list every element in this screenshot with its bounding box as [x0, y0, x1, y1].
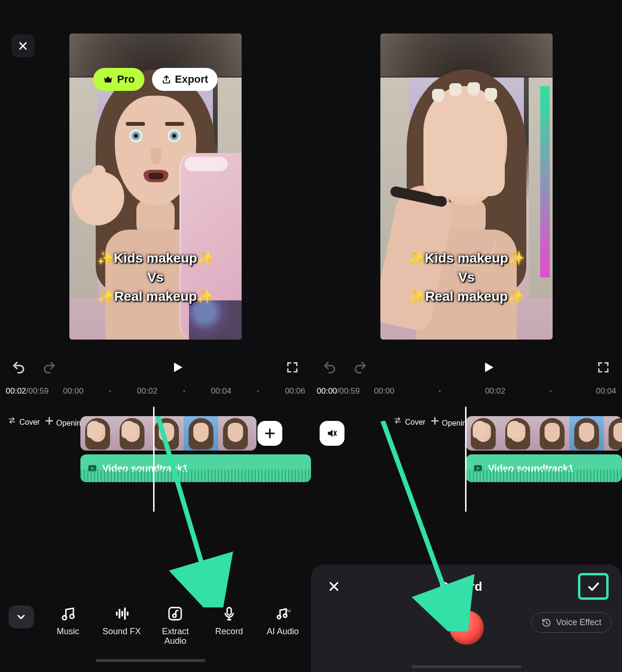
waveform [80, 470, 311, 482]
fullscreen-button[interactable] [594, 358, 612, 376]
timeline[interactable]: Cover Opening Video soundtrack1 [311, 407, 622, 502]
redo-icon [353, 360, 367, 375]
ruler-mark: 00:00 [63, 386, 84, 396]
ai-audio-icon: AI [274, 606, 291, 622]
plus-icon [44, 416, 54, 426]
play-icon [481, 360, 495, 375]
svg-point-4 [173, 614, 176, 617]
cover-button[interactable]: Cover [392, 416, 425, 428]
playhead[interactable] [153, 407, 155, 512]
voice-effect-button[interactable]: Voice Effect [532, 612, 611, 633]
export-button[interactable]: Export [152, 68, 218, 91]
record-confirm-button[interactable] [578, 573, 609, 600]
timeline[interactable]: Cover Opening Video soundtr [0, 407, 311, 502]
time-ruler: 00:00/00:59 00:00 00:02 00:04 [311, 383, 622, 396]
export-label: Export [175, 73, 209, 86]
swap-icon [392, 416, 403, 425]
extract-audio-icon [167, 606, 183, 622]
record-sheet-title: Record [439, 579, 482, 594]
redo-button[interactable] [351, 358, 369, 376]
record-sheet: Record Voice Effect [311, 564, 622, 672]
ruler-mark: 00:02 [137, 386, 157, 396]
cover-button[interactable]: Cover [7, 416, 40, 428]
scroll-indicator [411, 665, 522, 668]
music-icon [60, 606, 76, 622]
undo-icon [322, 360, 337, 375]
video-preview-frame[interactable]: ✨Kids makeup✨ Vs ✨Real makeup✨ [380, 33, 553, 340]
overlay-caption-line3: ✨Real makeup✨ [69, 287, 242, 306]
svg-text:AI: AI [286, 608, 290, 613]
record-start-button[interactable] [449, 610, 484, 645]
record-close-button[interactable] [324, 577, 344, 596]
audio-toolbar: Music Sound FX Extract Audio Record AI A… [0, 598, 311, 665]
extract-audio-tool[interactable]: Extract Audio [156, 606, 195, 646]
redo-icon [42, 360, 56, 375]
plus-icon [264, 427, 276, 440]
fullscreen-icon [597, 361, 610, 374]
editor-pane-step1: Pro Export [0, 0, 311, 672]
time-current: 00:02/00:59 [6, 386, 49, 396]
playhead[interactable] [465, 407, 466, 512]
play-icon [170, 360, 184, 375]
history-icon [542, 618, 551, 628]
undo-button[interactable] [321, 358, 339, 376]
ruler-mark: 00:00 [374, 386, 395, 396]
overlay-caption-line1: ✨Kids makeup✨ [380, 249, 553, 268]
upload-icon [162, 75, 171, 84]
time-ruler: 00:02/00:59 00:00 00:02 00:04 00:06 [0, 383, 311, 396]
ai-audio-tool[interactable]: AI AI Audio [263, 606, 302, 637]
video-preview-area: Pro Export [0, 33, 311, 378]
plus-icon [430, 416, 440, 426]
svg-point-1 [63, 616, 67, 620]
svg-point-6 [278, 616, 281, 619]
fullscreen-icon [286, 361, 299, 374]
waveform [466, 470, 622, 482]
add-clip-button[interactable] [257, 421, 282, 446]
play-button[interactable] [167, 358, 187, 377]
equalizer-icon [113, 606, 130, 622]
ruler-mark: 00:04 [596, 386, 616, 396]
record-tool[interactable]: Record [210, 606, 249, 637]
overlay-caption-line2: Vs [69, 268, 242, 287]
fullscreen-button[interactable] [283, 358, 301, 376]
ruler-mark: 00:02 [485, 386, 506, 396]
microphone-icon [221, 606, 237, 622]
collapse-toolbar-button[interactable] [9, 606, 34, 628]
check-icon [586, 579, 600, 594]
play-button[interactable] [478, 358, 498, 377]
svg-point-7 [283, 614, 287, 617]
scroll-indicator [96, 659, 206, 662]
pro-badge[interactable]: Pro [93, 68, 144, 91]
audio-track[interactable]: Video soundtrack1 [80, 454, 311, 482]
pro-label: Pro [117, 73, 135, 86]
ruler-mark: 00:06 [285, 386, 305, 396]
audio-track[interactable]: Video soundtrack1 [466, 454, 622, 482]
redo-button[interactable] [40, 358, 58, 376]
overlay-caption-line1: ✨Kids makeup✨ [69, 249, 242, 268]
video-clip-strip[interactable] [466, 416, 622, 451]
opening-button[interactable]: Opening [44, 416, 85, 428]
svg-rect-5 [227, 607, 231, 615]
music-tool[interactable]: Music [48, 606, 88, 637]
close-icon [328, 580, 340, 593]
video-clip-strip[interactable] [80, 416, 256, 451]
overlay-caption-line3: ✨Real makeup✨ [380, 287, 553, 306]
video-preview-area: ✨Kids makeup✨ Vs ✨Real makeup✨ [311, 33, 622, 378]
svg-point-2 [70, 614, 74, 618]
undo-icon [11, 360, 26, 375]
swap-icon [7, 416, 17, 425]
playback-controls [311, 354, 622, 381]
chevron-down-icon [15, 611, 27, 623]
playback-controls [0, 354, 311, 381]
editor-pane-step2: ✨Kids makeup✨ Vs ✨Real makeup✨ [311, 0, 622, 672]
ruler-mark: 00:04 [211, 386, 232, 396]
undo-button[interactable] [10, 358, 28, 376]
soundfx-tool[interactable]: Sound FX [102, 606, 141, 637]
crown-icon [103, 74, 113, 85]
time-current: 00:00/00:59 [317, 386, 360, 396]
overlay-caption-line2: Vs [380, 268, 553, 287]
